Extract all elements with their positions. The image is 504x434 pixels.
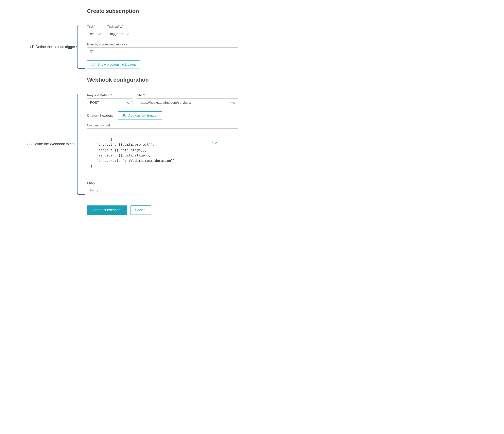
filter-icon: [90, 50, 93, 53]
key-icon[interactable]: [230, 101, 235, 105]
annotation-step2: (2) Define the Webhook to call: [27, 142, 75, 146]
filter-label: Filter by stages and services: [87, 43, 238, 46]
url-input[interactable]: https://hooks.testing.com/services/: [137, 98, 238, 107]
chevron-down-icon: [127, 101, 130, 104]
task-suffix-label: Task suffix*: [107, 25, 131, 28]
custom-payload-label: Custom payload: [87, 124, 238, 127]
task-suffix-value: triggered: [110, 32, 123, 36]
request-method-select[interactable]: POST: [87, 98, 133, 107]
proxy-label: Proxy: [87, 181, 238, 185]
webhook-config-title: Webhook configuration: [87, 77, 238, 83]
custom-payload-value: { "project": {{.data.project}}, "stage":…: [90, 138, 175, 168]
add-custom-header-button[interactable]: Add custom header: [118, 111, 162, 120]
task-select[interactable]: test: [87, 30, 103, 38]
proxy-input[interactable]: Proxy: [87, 186, 142, 195]
custom-headers-label: Custom headers: [87, 113, 113, 118]
svg-point-3: [233, 102, 235, 104]
create-subscription-title: Create subscription: [87, 8, 238, 14]
proxy-placeholder: Proxy: [90, 189, 99, 192]
laptop-icon: [91, 63, 96, 66]
brace-step2: [77, 94, 85, 195]
add-custom-header-label: Add custom header: [128, 113, 157, 118]
create-subscription-button[interactable]: Create subscription: [87, 205, 127, 215]
key-icon[interactable]: [212, 130, 236, 156]
cancel-button[interactable]: Cancel: [130, 205, 151, 215]
svg-point-12: [216, 142, 217, 144]
chevron-down-icon: [98, 32, 101, 35]
request-method-value: POST: [90, 101, 99, 105]
request-method-label: Request Method*: [87, 94, 133, 97]
url-value: https://hooks.testing.com/services/: [140, 101, 228, 105]
brace-step1: [77, 25, 85, 69]
show-previous-task-event-label: Show previous task event: [98, 63, 136, 67]
show-previous-task-event-button[interactable]: Show previous task event: [87, 61, 140, 69]
task-suffix-select[interactable]: triggered: [107, 30, 131, 38]
chevron-down-icon: [126, 32, 129, 35]
task-label: Task*: [87, 25, 103, 28]
url-label: URL*: [137, 94, 238, 97]
list-add-icon: [122, 114, 126, 117]
task-select-value: test: [90, 32, 95, 36]
annotation-step1: (1) Define the task as trigger: [30, 45, 75, 49]
custom-payload-input[interactable]: { "project": {{.data.project}}, "stage":…: [87, 128, 238, 177]
filter-input[interactable]: [87, 47, 238, 56]
